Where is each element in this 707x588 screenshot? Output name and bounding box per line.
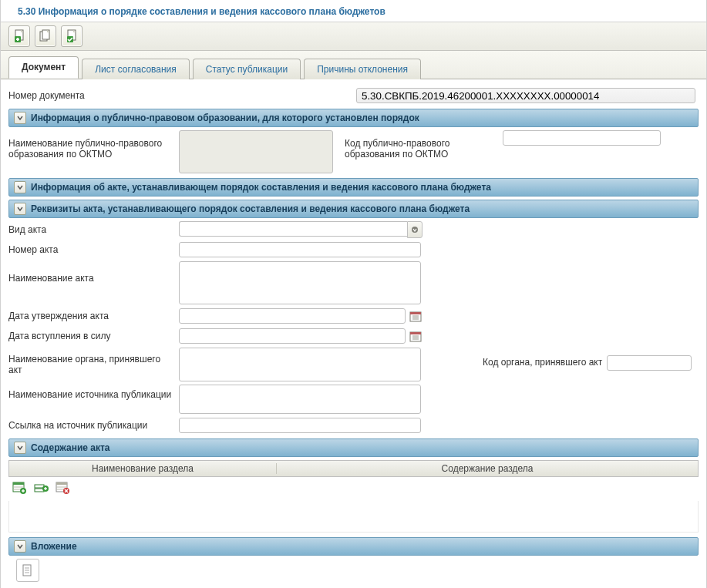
section-act-requisites[interactable]: Реквизиты акта, устанавливающего порядок… <box>8 200 699 218</box>
svg-rect-23 <box>13 482 24 485</box>
attachment-button[interactable] <box>16 559 39 582</box>
act-approve-date-label: Дата утверждения акта <box>8 311 179 321</box>
new-document-button[interactable] <box>8 25 30 47</box>
chevron-down-icon <box>14 181 26 193</box>
pages-icon <box>39 29 52 43</box>
ppo-code-label: Код публично-правового образования по ОК… <box>345 130 503 160</box>
page-check-icon <box>65 29 79 43</box>
authority-code-label: Код органа, принявшего акт <box>483 348 607 368</box>
authority-name-label: Наименование органа, принявшего акт <box>8 348 179 375</box>
section-ppo[interactable]: Информация о публично-правовом образован… <box>8 109 699 127</box>
pub-source-name-field[interactable] <box>179 385 421 414</box>
authority-name-field[interactable] <box>179 348 421 381</box>
svg-rect-29 <box>35 485 44 488</box>
ppo-code-field[interactable] <box>503 130 661 146</box>
pub-source-name-label: Наименование источника публикации <box>8 385 179 400</box>
pub-source-link-field[interactable] <box>179 418 421 433</box>
act-approve-date-field[interactable] <box>179 308 406 324</box>
section-act-info-title: Информация об акте, устанавливающем поря… <box>31 182 491 193</box>
act-effect-date-field[interactable] <box>179 328 406 344</box>
pub-source-link-label: Ссылка на источник публикации <box>8 420 179 431</box>
tab-publication-status[interactable]: Статус публикации <box>193 59 301 79</box>
section-ppo-title: Информация о публично-правовом образован… <box>31 113 419 123</box>
section-act-info[interactable]: Информация об акте, устанавливающем поря… <box>8 178 699 197</box>
table-delete-icon <box>55 481 70 495</box>
grid-col-section-name: Наименование раздела <box>9 463 277 474</box>
chevron-down-icon <box>411 226 419 234</box>
calendar-icon <box>409 310 422 322</box>
page-plus-icon <box>12 29 26 43</box>
chevron-down-icon <box>14 540 26 553</box>
authority-code-field[interactable] <box>607 355 692 371</box>
grid-header: Наименование раздела Содержание раздела <box>8 460 699 477</box>
grid-delete-row-button[interactable] <box>55 481 70 497</box>
chevron-down-icon <box>14 112 26 124</box>
act-effect-date-label: Дата вступления в силу <box>8 331 179 341</box>
act-number-label: Номер акта <box>8 244 179 255</box>
grid-insert-row-button[interactable] <box>33 481 49 497</box>
section-attachment-title: Вложение <box>31 541 77 552</box>
svg-rect-35 <box>56 482 67 485</box>
section-act-content-title: Содержание акта <box>31 442 110 453</box>
svg-rect-13 <box>410 312 421 314</box>
dropdown-button[interactable] <box>407 221 423 238</box>
section-attachment[interactable]: Вложение <box>8 537 699 556</box>
grid-toolbar <box>8 477 699 501</box>
attachment-icon <box>21 563 35 577</box>
tab-reject-reasons[interactable]: Причины отклонения <box>304 59 421 79</box>
content-area: Номер документа Информация о публично-пр… <box>1 79 706 588</box>
ppo-name-field <box>179 130 333 173</box>
table-plus-icon <box>12 481 27 495</box>
grid-col-section-content: Содержание раздела <box>277 463 698 474</box>
row-plus-icon <box>33 481 49 495</box>
tab-document[interactable]: Документ <box>8 56 79 79</box>
calendar-button[interactable] <box>409 329 423 343</box>
copy-document-button[interactable] <box>35 25 56 47</box>
calendar-icon <box>409 330 422 342</box>
section-act-content[interactable]: Содержание акта <box>8 438 699 457</box>
approve-document-button[interactable] <box>61 25 82 47</box>
main-toolbar <box>1 22 706 51</box>
act-type-label: Вид акта <box>8 224 179 235</box>
act-name-field[interactable] <box>179 261 421 304</box>
chevron-down-icon <box>14 442 26 454</box>
section-act-requisites-title: Реквизиты акта, устанавливающего порядок… <box>31 203 470 214</box>
grid-body <box>8 501 699 533</box>
page-title: 5.30 Информация о порядке составления и … <box>1 0 706 22</box>
doc-number-field <box>356 88 695 103</box>
ppo-name-label: Наименование публично-правового образова… <box>8 130 179 160</box>
tab-approval-sheet[interactable]: Лист согласования <box>82 59 190 79</box>
act-type-field[interactable] <box>179 221 407 237</box>
calendar-button[interactable] <box>409 309 423 323</box>
tab-strip: Документ Лист согласования Статус публик… <box>1 51 706 79</box>
act-number-field[interactable] <box>179 242 421 257</box>
act-name-label: Наименование акта <box>8 261 179 284</box>
svg-rect-4 <box>16 39 19 40</box>
act-type-combo[interactable] <box>179 221 423 238</box>
doc-number-label: Номер документа <box>8 90 356 101</box>
grid-add-row-button[interactable] <box>12 481 27 497</box>
svg-rect-18 <box>410 332 421 334</box>
chevron-down-icon <box>14 203 26 215</box>
